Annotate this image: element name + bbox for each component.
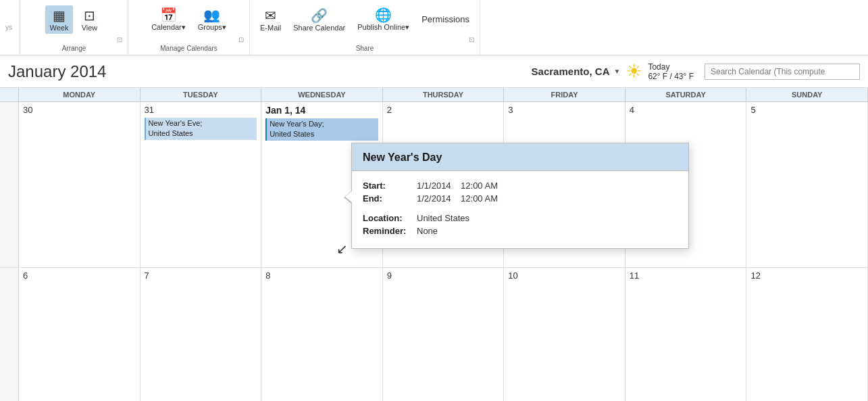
email-calendar-label: E-Mail <box>260 24 281 32</box>
location-selector[interactable]: Sacramento, CA ▼ <box>532 66 621 77</box>
day-num: 30 <box>23 105 136 115</box>
popup-end-date: 1/2/2014 <box>417 193 451 204</box>
week-num-1 <box>0 102 19 267</box>
popup-header: New Year's Day <box>352 143 688 171</box>
calendar-header: January 2014 Sacramento, CA ▼ ☀ Today 62… <box>0 55 868 88</box>
manage-calendars-group: 📅 Calendar▾ 👥 Groups▾ ⊡ Manage Calendars <box>128 0 250 55</box>
header-wednesday: WEDNESDAY <box>261 88 383 101</box>
view-label: View <box>82 24 98 32</box>
share-expand-icon: ⊡ <box>469 36 474 43</box>
calendar-wrapper: MONDAY TUESDAY WEDNESDAY THURSDAY FRIDAY… <box>0 88 868 401</box>
day-num: 9 <box>387 270 500 281</box>
header-saturday: SATURDAY <box>626 88 747 101</box>
popup-reminder-row: Reminder: None <box>363 226 678 236</box>
permissions-button[interactable]: Permissions <box>417 12 474 26</box>
event-chip-nye[interactable]: New Year's Eve;United States <box>145 118 257 140</box>
location-name: Sacramento, CA <box>532 66 610 77</box>
arrange-items: ▦ Week ⊡ View <box>45 3 103 36</box>
day-num: 2 <box>387 105 500 115</box>
publish-online-button[interactable]: 🌐 Publish Online▾ <box>353 5 414 34</box>
view-button[interactable]: ⊡ View <box>76 5 103 34</box>
popup-location-row: Location: United States <box>363 213 678 223</box>
manage-expand-icon: ⊡ <box>238 36 244 43</box>
day-cell-sat-11[interactable]: 11 <box>626 268 747 401</box>
share-group: ✉ E-Mail 🔗 Share Calendar 🌐 Publish Onli… <box>250 0 480 55</box>
share-group-label: Share <box>356 45 374 52</box>
calendar-dropdown-button[interactable]: 📅 Calendar▾ <box>147 5 190 34</box>
view-icon: ⊡ <box>84 7 95 24</box>
day-num: 5 <box>750 105 863 115</box>
email-icon: ✉ <box>265 7 276 24</box>
publish-online-label: Publish Online▾ <box>357 23 409 32</box>
ribbon: ys ▦ Week ⊡ View ⊡ Arrange 📅 Calendar▾ <box>0 0 868 55</box>
day-num: 10 <box>508 270 621 281</box>
groups-dropdown-button[interactable]: 👥 Groups▾ <box>193 5 231 34</box>
day-grid: MONDAY TUESDAY WEDNESDAY THURSDAY FRIDAY… <box>0 88 868 401</box>
calendar-btn-label: Calendar▾ <box>151 23 186 32</box>
manage-calendars-group-label: Manage Calendars <box>160 45 218 52</box>
header-spacer <box>0 88 19 101</box>
popup-end-value: 1/2/2014 12:00 AM <box>417 193 498 204</box>
arrange-group-label: Arrange <box>62 45 86 52</box>
day-num: 3 <box>508 105 621 115</box>
email-calendar-button[interactable]: ✉ E-Mail <box>255 5 286 34</box>
temperature: 62° F / 43° F <box>648 72 694 81</box>
popup-title: New Year's Day <box>363 151 678 164</box>
days-label: ys <box>5 24 12 31</box>
header-sunday: SUNDAY <box>746 88 868 101</box>
arrange-group: ▦ Week ⊡ View ⊡ Arrange <box>20 0 128 55</box>
popup-location-value: United States <box>417 213 469 223</box>
arrange-expand-icon: ⊡ <box>117 36 122 43</box>
popup-body: Start: 1/1/2014 12:00 AM End: 1/2/2014 <box>352 171 688 248</box>
header-thursday: THURSDAY <box>383 88 505 101</box>
weather-sun-icon: ☀ <box>626 60 642 82</box>
day-cell-tue-31[interactable]: 31 New Year's Eve;United States <box>141 102 262 267</box>
header-tuesday: TUESDAY <box>141 88 262 101</box>
popup-location-label: Location: <box>363 213 417 223</box>
share-calendar-button[interactable]: 🔗 Share Calendar <box>288 5 350 34</box>
publish-icon: 🌐 <box>375 7 392 23</box>
day-num: 7 <box>145 270 257 281</box>
groups-icon: 👥 <box>203 7 220 23</box>
popup-start-label: Start: <box>363 181 417 191</box>
week-label: Week <box>50 24 69 32</box>
calendar-icon: 📅 <box>160 7 177 23</box>
weather-info: Today 62° F / 43° F <box>648 62 694 81</box>
day-cell-mon-30[interactable]: 30 <box>19 102 141 267</box>
search-input[interactable] <box>705 64 860 80</box>
location-widget: Sacramento, CA ▼ ☀ Today 62° F / 43° F <box>532 60 694 82</box>
day-cell-wed-8[interactable]: 8 <box>261 268 383 401</box>
event-popup: New Year's Day Start: 1/1/2014 12:00 AM … <box>351 143 689 249</box>
manage-calendars-items: 📅 Calendar▾ 👥 Groups▾ <box>147 3 231 36</box>
week-num-2 <box>0 268 19 401</box>
popup-end-time: 12:00 AM <box>461 193 498 204</box>
day-num: 12 <box>750 270 863 281</box>
popup-end-label: End: <box>363 193 417 204</box>
popup-start-row: Start: 1/1/2014 12:00 AM <box>363 181 678 191</box>
popup-arrow-inner <box>345 190 353 204</box>
week-icon: ▦ <box>53 7 66 24</box>
day-num: 8 <box>265 270 378 281</box>
popup-reminder-label: Reminder: <box>363 226 417 236</box>
week-button[interactable]: ▦ Week <box>45 5 74 34</box>
day-cell-fri-10[interactable]: 10 <box>504 268 626 401</box>
day-cell-thu-9[interactable]: 9 <box>383 268 505 401</box>
day-num: 31 <box>145 105 257 115</box>
header-monday: MONDAY <box>19 88 141 101</box>
day-cell-sun-5[interactable]: 5 <box>746 102 868 267</box>
today-label: Today <box>648 62 694 72</box>
location-dropdown-icon: ▼ <box>613 68 620 75</box>
day-cell-mon-6[interactable]: 6 <box>19 268 141 401</box>
popup-start-time: 12:00 AM <box>461 181 498 191</box>
day-num: 11 <box>630 270 742 281</box>
popup-end-row: End: 1/2/2014 12:00 AM <box>363 193 678 204</box>
day-cell-tue-7[interactable]: 7 <box>141 268 262 401</box>
day-num: 4 <box>630 105 742 115</box>
event-chip-nyd[interactable]: New Year's Day;United States <box>265 118 378 141</box>
day-num: 6 <box>23 270 136 281</box>
share-calendar-label: Share Calendar <box>293 24 345 32</box>
header-friday: FRIDAY <box>504 88 626 101</box>
day-cell-sun-12[interactable]: 12 <box>746 268 868 401</box>
groups-btn-label: Groups▾ <box>198 23 226 32</box>
day-headers: MONDAY TUESDAY WEDNESDAY THURSDAY FRIDAY… <box>0 88 868 102</box>
